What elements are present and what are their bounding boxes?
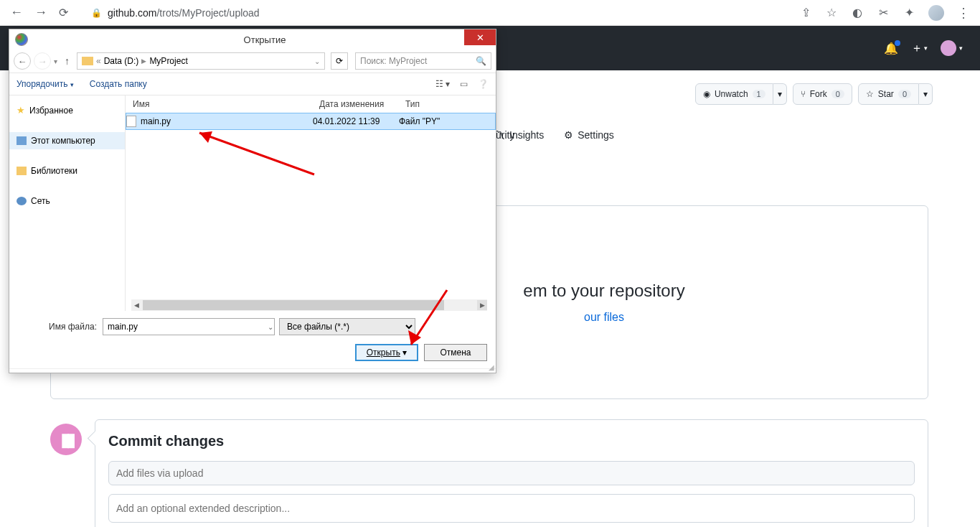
eye-icon: ◉ <box>703 89 710 99</box>
star-icon: ★ <box>17 105 25 116</box>
filename-input[interactable] <box>103 318 275 335</box>
reload-button[interactable]: ⟳ <box>59 6 68 19</box>
tab-settings[interactable]: ⚙Settings <box>564 129 614 141</box>
new-folder-button[interactable]: Создать папку <box>90 79 147 89</box>
star-dropdown[interactable]: ▾ <box>919 83 933 105</box>
horizontal-scrollbar[interactable]: ◀ ▶ <box>131 299 487 311</box>
help-button[interactable]: ❔ <box>478 79 489 89</box>
file-name: main.py <box>141 116 171 126</box>
fork-count: 0 <box>831 90 844 98</box>
caret-down-icon: ▾ <box>959 45 963 52</box>
file-list: Имя Дата изменения Тип main.py 04.01.202… <box>126 95 496 311</box>
organize-menu[interactable]: Упорядочить ▾ <box>17 79 74 89</box>
sidebar-label: Этот компьютер <box>31 136 95 146</box>
extension-icon-1[interactable]: ◐ <box>851 6 864 19</box>
unwatch-button[interactable]: ◉ Unwatch 1 <box>695 83 773 105</box>
file-filter-select[interactable]: Все файлы (*.*) <box>279 318 415 335</box>
file-open-dialog: Открытие ✕ ← → ▾ ↑ « Data (D:) ▶ MyProje… <box>9 29 496 373</box>
resize-grip-icon[interactable]: ◢ <box>489 363 494 371</box>
libraries-icon <box>17 167 27 175</box>
computer-icon <box>17 136 27 145</box>
file-row-selected[interactable]: main.py 04.01.2022 11:39 Файл "PY" <box>126 113 496 130</box>
filename-dropdown-icon[interactable]: ⌄ <box>268 323 273 331</box>
search-box[interactable]: Поиск: MyProject 🔍 <box>355 52 491 70</box>
search-icon: 🔍 <box>476 56 486 66</box>
caret-down-icon: ▾ <box>924 45 928 52</box>
sidebar-item-favorites[interactable]: ★Избранное <box>9 101 125 119</box>
file-type: Файл "PY" <box>399 116 495 126</box>
sidebar-label: Сеть <box>31 196 50 206</box>
cancel-button[interactable]: Отмена <box>424 344 487 361</box>
user-avatar-icon <box>941 40 956 56</box>
path-segment-folder[interactable]: MyProject <box>149 56 187 66</box>
dialog-title: Открытие <box>34 34 496 45</box>
unwatch-dropdown[interactable]: ▾ <box>773 83 787 105</box>
drop-title-partial: em to your repository <box>523 281 684 301</box>
dialog-sidebar: ★Избранное Этот компьютер Библиотеки Сет… <box>9 95 126 311</box>
lock-icon: 🔒 <box>91 8 102 18</box>
commit-heading: Commit changes <box>108 433 915 449</box>
col-type[interactable]: Тип <box>398 99 496 109</box>
close-button[interactable]: ✕ <box>464 29 496 45</box>
scrollbar-thumb[interactable] <box>143 300 444 310</box>
sidebar-item-network[interactable]: Сеть <box>9 192 125 210</box>
refresh-button[interactable]: ⟳ <box>331 52 348 70</box>
path-segment-drive[interactable]: Data (D:) <box>104 56 139 66</box>
choose-files-link-partial[interactable]: our files <box>584 311 624 323</box>
back-button[interactable]: ← <box>10 5 23 20</box>
path-dropdown-icon[interactable]: ⌄ <box>314 57 320 65</box>
view-options-button[interactable]: ☷ ▾ <box>435 79 450 89</box>
address-bar[interactable]: 🔒 github.com/trots/MyProject/upload <box>83 3 782 23</box>
url-host: github.com <box>108 7 156 19</box>
extension-icon-2[interactable]: ✂ <box>877 6 890 19</box>
col-name[interactable]: Имя <box>126 99 312 109</box>
commit-summary-input[interactable] <box>108 461 915 485</box>
nav-back-button[interactable]: ← <box>14 52 31 70</box>
sidebar-label: Библиотеки <box>31 166 77 176</box>
commit-author-avatar: ▮▮ <box>50 424 82 455</box>
file-date: 04.01.2022 11:39 <box>313 116 399 126</box>
fork-button[interactable]: ⑂ Fork 0 <box>793 83 852 105</box>
notifications-icon[interactable]: 🔔 <box>884 42 898 55</box>
file-icon <box>126 116 136 127</box>
network-icon <box>17 197 27 205</box>
create-new-dropdown[interactable]: ＋▾ <box>911 41 928 56</box>
commit-panel: Commit changes <box>95 419 928 527</box>
column-headers[interactable]: Имя Дата изменения Тип <box>126 95 496 113</box>
dialog-titlebar: Открытие ✕ <box>9 29 496 50</box>
sidebar-label: Избранное <box>29 106 73 116</box>
search-placeholder: Поиск: MyProject <box>360 56 427 66</box>
share-icon[interactable]: ⇪ <box>799 6 812 19</box>
unwatch-label: Unwatch <box>715 89 748 99</box>
extensions-icon[interactable]: ✦ <box>903 6 915 19</box>
forward-button[interactable]: → <box>34 5 47 20</box>
commit-description-input[interactable] <box>108 494 915 523</box>
sidebar-item-libraries[interactable]: Библиотеки <box>9 162 125 179</box>
browser-toolbar: ← → ⟳ 🔒 github.com/trots/MyProject/uploa… <box>0 0 980 26</box>
unwatch-count: 1 <box>753 90 765 98</box>
preview-pane-button[interactable]: ▭ <box>460 79 468 89</box>
tab-insights[interactable]: 〽Insights <box>495 129 544 141</box>
sidebar-item-computer[interactable]: Этот компьютер <box>9 132 125 149</box>
recent-dropdown[interactable]: ▾ <box>54 57 57 65</box>
fork-icon: ⑂ <box>801 89 806 99</box>
nav-up-button[interactable]: ↑ <box>65 55 70 67</box>
repo-action-buttons: ◉ Unwatch 1 ▾ ⑂ Fork 0 ☆ Star 0 ▾ <box>695 83 933 105</box>
col-date[interactable]: Дата изменения <box>312 99 398 109</box>
chrome-app-icon <box>15 33 28 46</box>
open-button[interactable]: Открыть ▾ <box>355 344 418 361</box>
path-breadcrumb[interactable]: « Data (D:) ▶ MyProject ⌄ <box>77 52 325 70</box>
url-path: /trots/MyProject/upload <box>156 7 259 19</box>
chrome-menu-icon[interactable]: ⋮ <box>957 5 970 21</box>
star-icon: ☆ <box>866 89 874 99</box>
gear-icon: ⚙ <box>564 129 573 141</box>
tab-settings-label: Settings <box>578 129 614 141</box>
filename-label: Имя файла: <box>18 322 97 332</box>
star-button[interactable]: ☆ Star 0 <box>858 83 919 105</box>
nav-forward-button[interactable]: → <box>34 52 51 70</box>
bookmark-icon[interactable]: ☆ <box>825 6 838 19</box>
folder-icon <box>82 57 93 65</box>
user-menu[interactable]: ▾ <box>941 40 963 56</box>
profile-avatar[interactable] <box>928 5 944 21</box>
tab-insights-label: Insights <box>509 129 544 141</box>
